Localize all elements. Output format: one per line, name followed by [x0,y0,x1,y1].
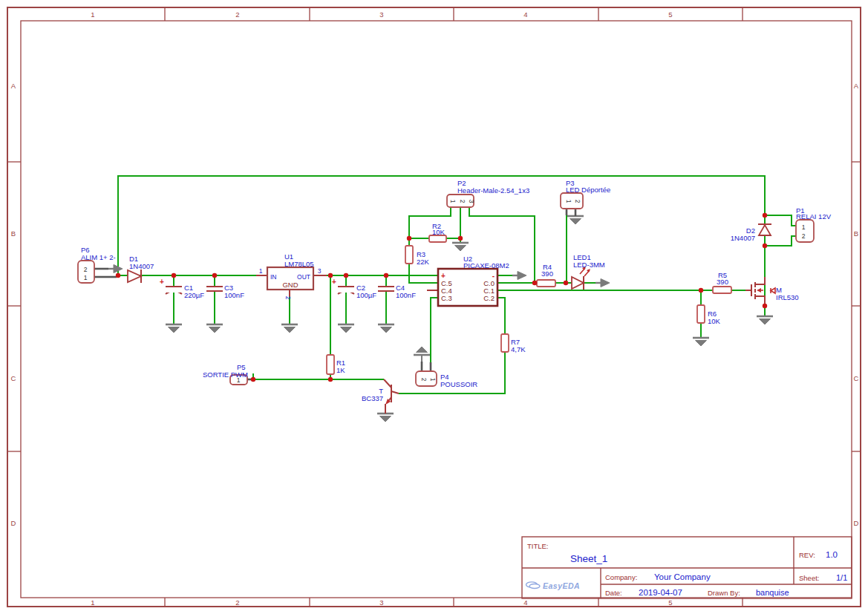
component-P3[interactable]: 1 2 P3 LED Déportée [561,179,610,215]
col-label: 1 [91,598,94,607]
component-R4[interactable]: R4 390 [537,263,555,287]
pin-name-out: OUT [297,273,310,281]
gnd-symbol[interactable] [757,316,773,324]
component-R2[interactable]: R2 10K [429,222,446,242]
col-label: 1 [91,10,94,19]
ground-symbols[interactable] [166,209,773,422]
pin-number: 1 [429,378,437,382]
value-label: RELAI 12V [796,212,832,221]
gnd-symbol[interactable] [414,347,430,355]
value-label: Header-Male-2.54_1x3 [457,186,529,195]
company-value[interactable]: Your Company [654,572,711,581]
component-R7[interactable]: R7 4,7K [501,334,526,353]
component-P4[interactable]: 2 1 P4 POUSSOIR [416,362,477,388]
gnd-symbol[interactable] [377,414,394,422]
component-LED1[interactable]: LED1 LED-3MM [572,253,605,290]
gnd-symbol[interactable] [452,243,469,251]
value-label: 10K [432,228,446,236]
row-label: C [11,374,16,382]
gnd-symbol[interactable] [206,324,223,333]
gnd-symbol[interactable] [338,324,354,333]
date-value[interactable]: 2019-04-07 [639,588,682,597]
component-C2[interactable]: + C2 100µF [332,278,376,299]
value-label: 1N4007 [731,234,755,242]
col-label: 3 [379,10,383,19]
component-M[interactable]: M IRL530 [745,277,799,304]
component-R6[interactable]: R6 10K [697,305,721,325]
value-label: 220µF [184,291,204,299]
pin-number: 2 [84,266,88,273]
pin-name: C.3 [441,294,452,302]
pin-number: 1 [449,200,457,203]
rev-value[interactable]: 1.0 [826,550,838,559]
pin-number: 2 [420,378,428,382]
title-label: TITLE: [527,542,549,550]
value-label: 22K [417,258,430,266]
polarity-mark: + [160,278,164,286]
col-label: 4 [523,10,527,19]
component-U2[interactable]: + C.5 C.4 C.3 - C.0 C.1 C.2 U2 PICAXE-08… [427,255,509,306]
ruler-labels: 1 2 3 4 5 1 2 3 4 5 A B C D A B C D [11,10,859,607]
value-label: BC337 [362,394,383,402]
net-arrow[interactable] [512,272,526,280]
pin-name-gnd: GND [282,281,298,289]
pin-number: 1 [259,267,263,275]
ruler-ticks [7,7,861,607]
component-P2[interactable]: 1 2 3 P2 Header-Male-2.54_1x3 [447,179,529,207]
gnd-symbol[interactable] [693,338,709,346]
sheet-frame: 1 2 3 4 5 1 2 3 4 5 A B C D A B C D [7,7,861,607]
component-U1[interactable]: IN OUT GND 1 3 2 U1 LM78L05 [256,252,327,300]
gnd-symbol[interactable] [281,324,298,333]
row-label: D [11,519,16,527]
value-label: 100nF [224,291,244,299]
gnd-symbol[interactable] [166,324,182,333]
schematic-canvas[interactable]: 1 2 3 4 5 1 2 3 4 5 A B C D A B C D [0,0,868,614]
sheet-title[interactable]: Sheet_1 [570,553,607,564]
gnd-symbol[interactable] [567,216,584,224]
component-C4[interactable]: C4 100nF [378,284,416,299]
net-arrow[interactable] [595,279,610,287]
pin-number: 2 [802,232,806,240]
drawn-by-value[interactable]: banquise [756,588,789,597]
value-label: 10K [708,317,721,325]
sheet-value[interactable]: 1/1 [836,573,847,582]
title-block: TITLE: Sheet_1 REV: 1.0 EasyEDA Company:… [522,537,852,598]
date-label: Date: [605,589,622,597]
polarity-mark: + [332,278,336,286]
value-label: LED-3MM [573,261,605,269]
value-label: 100nF [396,291,416,299]
rev-label: REV: [799,551,815,559]
col-label: 3 [379,598,383,607]
component-C1[interactable]: + C1 220µF [160,278,204,299]
component-P5[interactable]: 1 P5 SORTIE PWM [203,363,253,385]
value-label: POUSSOIR [440,380,477,388]
component-P1[interactable]: 1 2 P1 RELAI 12V [796,206,832,242]
pin-number: 2 [459,200,466,203]
value-label: 390 [541,270,553,278]
value-label: LED Déportée [566,186,610,194]
component-C3[interactable]: C3 100nF [206,284,244,299]
value-label: 100µF [356,291,376,299]
pin-number: 1 [84,274,88,281]
pin-name: C.2 [483,294,495,302]
row-label: D [854,519,859,527]
col-label: 4 [523,598,527,607]
gnd-symbol[interactable] [378,324,394,333]
easyeda-logo: EasyEDA [526,581,581,590]
row-label: B [11,229,16,238]
component-R3[interactable]: R3 22K [405,246,430,266]
component-T[interactable]: T BC337 [362,379,399,414]
pin-number: 2 [574,200,581,203]
col-label: 5 [668,10,672,19]
col-label: 2 [235,598,239,607]
component-R5[interactable]: R5 390 [713,271,731,293]
pin-number: 2 [284,296,292,300]
component-D1[interactable]: D1 1N4007 [128,255,154,283]
component-R1[interactable]: R1 1K [327,355,345,374]
pin-number: 3 [468,200,475,203]
net-arrow[interactable] [108,265,123,273]
value-label: PICAXE-08M2 [463,261,509,270]
drawn-by-label: Drawn By: [708,589,740,597]
component-P6[interactable]: 2 1 P6 ALIM 1+ 2- [78,246,117,283]
value-label: 4,7K [511,345,526,353]
